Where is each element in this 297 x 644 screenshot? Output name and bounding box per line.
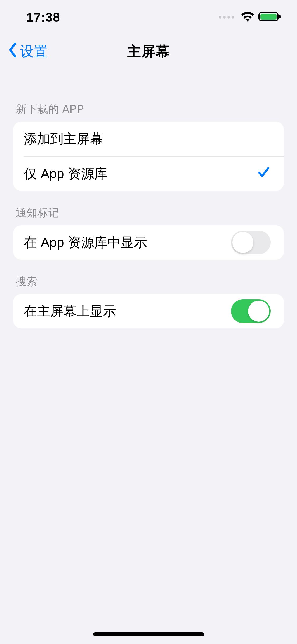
cellular-dots-icon: [219, 16, 234, 19]
chevron-left-icon: [8, 43, 17, 61]
svg-rect-1: [260, 14, 277, 20]
section-header-search: 搜索: [0, 260, 297, 294]
group-badges: 在 App 资源库中显示: [13, 225, 284, 260]
group-new-apps: 添加到主屏幕 仅 App 资源库: [13, 122, 284, 191]
wifi-icon: [241, 11, 254, 23]
section-header-new-apps: 新下载的 APP: [0, 87, 297, 122]
row-show-on-home: 在主屏幕上显示: [13, 294, 284, 328]
checkmark-icon: [257, 165, 271, 182]
option-label: 仅 App 资源库: [24, 165, 107, 183]
nav-bar: 设置 主屏幕: [0, 34, 297, 69]
row-show-in-library: 在 App 资源库中显示: [13, 225, 284, 260]
status-time: 17:38: [26, 10, 60, 25]
status-bar: 17:38: [0, 0, 297, 34]
option-label: 添加到主屏幕: [24, 130, 103, 148]
group-search: 在主屏幕上显示: [13, 294, 284, 328]
page-title: 主屏幕: [127, 42, 170, 61]
toggle-show-in-library[interactable]: [231, 231, 271, 254]
home-indicator[interactable]: [93, 632, 204, 636]
back-label: 设置: [20, 42, 48, 61]
svg-rect-2: [279, 15, 281, 18]
back-button[interactable]: 设置: [8, 42, 48, 61]
toggle-show-on-home[interactable]: [231, 299, 271, 323]
option-add-to-home[interactable]: 添加到主屏幕: [13, 122, 284, 156]
option-library-only[interactable]: 仅 App 资源库: [13, 157, 284, 191]
section-header-badges: 通知标记: [0, 191, 297, 225]
row-label: 在 App 资源库中显示: [24, 234, 147, 251]
row-label: 在主屏幕上显示: [24, 302, 116, 320]
battery-icon: [258, 11, 281, 23]
status-indicators: [219, 11, 281, 23]
